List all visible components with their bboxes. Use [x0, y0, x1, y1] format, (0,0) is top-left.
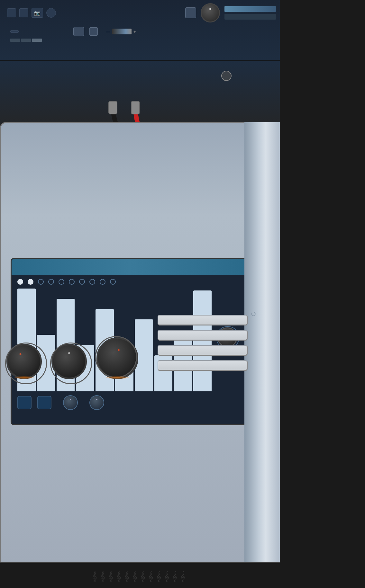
swing-knob[interactable] [63, 395, 78, 410]
m-button[interactable] [73, 27, 84, 36]
offset-indicator [118, 349, 120, 351]
pitch-env-group [6, 344, 42, 382]
right-background [280, 0, 365, 588]
step-indicators [12, 275, 248, 289]
step-dot-5[interactable] [59, 279, 64, 285]
top-bar-row2: — + [0, 26, 280, 37]
purge-button[interactable] [10, 30, 19, 33]
step-dot-6[interactable] [69, 279, 75, 285]
camera-button[interactable]: 📷 [32, 8, 43, 18]
offset-knob[interactable] [96, 337, 138, 379]
glide-knob[interactable] [51, 344, 87, 379]
pan-icon[interactable] [89, 27, 98, 36]
glide-indicator [68, 352, 70, 354]
step-dot-1[interactable] [17, 279, 23, 285]
mini-slider-1[interactable] [10, 39, 20, 42]
main-knobs-area [6, 337, 154, 382]
top-bar-row3 [0, 37, 280, 43]
rate-knob-indicator [96, 399, 97, 400]
reverse-button[interactable] [158, 330, 248, 341]
svg-rect-1 [131, 101, 140, 114]
chaos-button[interactable] [158, 345, 248, 356]
swing-knob-indicator [70, 399, 71, 400]
volume-slider[interactable] [112, 29, 132, 34]
vol-plus: + [133, 29, 136, 34]
info-circle-button[interactable] [221, 71, 232, 81]
sliders-area [224, 5, 276, 21]
s-button[interactable] [185, 7, 196, 18]
next-button[interactable] [19, 8, 28, 17]
step-dot-10[interactable] [110, 279, 116, 285]
top-bar: 📷 [0, 0, 280, 61]
play-button[interactable] [37, 396, 51, 409]
tune-area [201, 3, 220, 22]
step-dot-8[interactable] [89, 279, 95, 285]
action-buttons-area [158, 315, 248, 371]
mini-sliders [10, 39, 42, 42]
prev-button[interactable] [7, 8, 16, 17]
pitch-env-indicator [19, 353, 22, 355]
slider-bar-2[interactable] [224, 14, 276, 20]
vol-minus: — [106, 29, 110, 34]
glide-group [51, 344, 87, 382]
undo-button[interactable]: ↺ [248, 308, 259, 320]
pan-area [87, 27, 100, 36]
step-dot-7[interactable] [79, 279, 85, 285]
stretch-button[interactable] [158, 360, 248, 371]
step-dot-3[interactable] [38, 279, 44, 285]
svg-rect-0 [109, 101, 117, 114]
seq-bottom-controls [12, 391, 248, 414]
slider-bar-1[interactable] [224, 6, 276, 12]
right-metallic-strip: ↺ [244, 122, 280, 588]
camera-icon: 📷 [34, 10, 41, 16]
top-bar-row1: 📷 [0, 0, 280, 26]
mini-slider-2[interactable] [21, 39, 31, 42]
tune-knob-indicator [209, 8, 211, 10]
offset-group [96, 337, 138, 382]
mini-slider-3[interactable] [32, 39, 42, 42]
random-button[interactable] [158, 315, 248, 325]
keyboard-strip: 𝄞𝄞𝄞𝄞𝄞𝄞𝄞𝄞𝄞𝄞𝄞𝄞 [0, 562, 280, 588]
rate-knob[interactable] [89, 395, 104, 410]
step-dot-2[interactable] [28, 279, 33, 285]
svg-text:𝄞𝄞𝄞𝄞𝄞𝄞𝄞𝄞𝄞𝄞𝄞𝄞: 𝄞𝄞𝄞𝄞𝄞𝄞𝄞𝄞𝄞𝄞𝄞𝄞 [92, 571, 188, 582]
tune-knob[interactable] [201, 3, 220, 22]
steps-count-button[interactable] [17, 396, 32, 409]
sequencer-title-bar [12, 259, 248, 275]
step-dot-4[interactable] [48, 279, 54, 285]
step-dot-9[interactable] [100, 279, 105, 285]
pitch-env-knob[interactable] [6, 344, 42, 379]
info-button[interactable] [46, 8, 56, 18]
keyboard-svg: 𝄞𝄞𝄞𝄞𝄞𝄞𝄞𝄞𝄞𝄞𝄞𝄞 [0, 563, 280, 588]
